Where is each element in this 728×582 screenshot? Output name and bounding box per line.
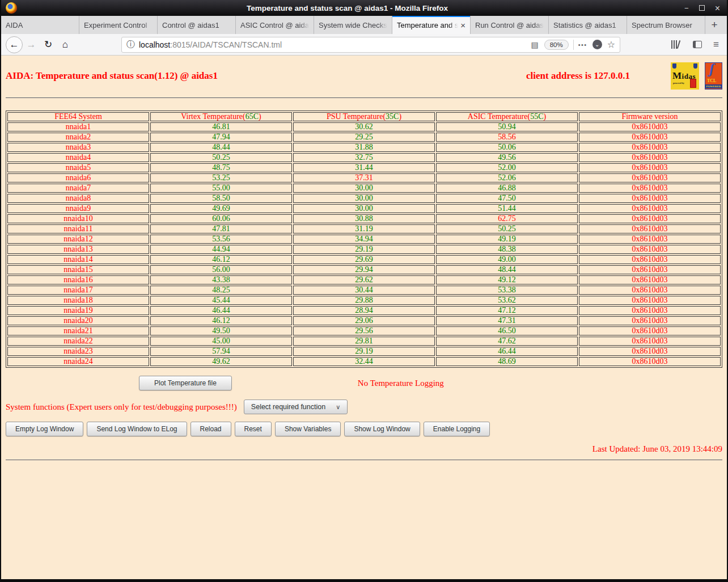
table-row: nnaida2449.6232.4448.690x8610d03: [7, 357, 721, 366]
firmware-cell: 0x8610d03: [579, 326, 721, 335]
system-cell: nnaida12: [7, 235, 149, 244]
library-icon[interactable]: [671, 40, 679, 49]
show-variables-button[interactable]: Show Variables: [275, 422, 341, 436]
system-cell: nnaida8: [7, 194, 149, 203]
firmware-cell: 0x8610d03: [579, 122, 721, 131]
maximize-button[interactable]: [699, 5, 705, 11]
back-button[interactable]: ←: [6, 36, 23, 53]
psu-cell: 29.19: [293, 245, 435, 254]
table-row: nnaida548.7531.4452.000x8610d03: [7, 163, 721, 172]
site-info-icon[interactable]: ⓘ: [126, 39, 135, 50]
firmware-cell: 0x8610d03: [579, 194, 721, 203]
tab-run-control-aidas1[interactable]: Run Control @ aidas1: [471, 16, 549, 34]
psu-cell: 29.88: [293, 296, 435, 305]
virtex-cell: 57.94: [150, 347, 292, 356]
firmware-cell: 0x8610d03: [579, 214, 721, 223]
system-cell: nnaida19: [7, 306, 149, 315]
sidebar-icon[interactable]: [693, 41, 702, 48]
system-cell: nnaida2: [7, 133, 149, 142]
tcl-powered-text: POWERED: [705, 84, 722, 88]
table-row: nnaida1060.0630.8862.750x8610d03: [7, 214, 721, 223]
firmware-cell: 0x8610d03: [579, 235, 721, 244]
tab-experiment-control[interactable]: Experiment Control: [79, 16, 158, 34]
firmware-cell: 0x8610d03: [579, 296, 721, 305]
virtex-cell: 49.50: [150, 326, 292, 335]
column-header-asic-temperature: ASIC Temperature(55C): [436, 112, 578, 121]
psu-cell: 31.44: [293, 163, 435, 172]
firmware-cell: 0x8610d03: [579, 143, 721, 152]
psu-cell: 37.31: [293, 173, 435, 182]
bookmark-star-icon[interactable]: ☆: [607, 39, 615, 50]
minimize-button[interactable]: −: [684, 5, 689, 12]
virtex-cell: 43.38: [150, 275, 292, 284]
tab-aida[interactable]: AIDA: [1, 16, 79, 34]
page-title: AIDA: Temperature and status scan(1.12) …: [6, 70, 218, 82]
reload-icon[interactable]: ↻: [40, 36, 57, 53]
reset-button[interactable]: Reset: [235, 422, 272, 436]
enable-logging-button[interactable]: Enable Logging: [424, 422, 490, 436]
firmware-cell: 0x8610d03: [579, 255, 721, 264]
close-button[interactable]: ×: [715, 5, 720, 12]
tcl-logo[interactable]: ʃ TCL POWERED: [705, 62, 722, 90]
tab-control-aidas1[interactable]: Control @ aidas1: [158, 16, 236, 34]
pocket-icon[interactable]: ⌄: [592, 40, 602, 49]
virtex-cell: 53.56: [150, 235, 292, 244]
table-body: nnaida146.8130.6250.940x8610d03nnaida247…: [7, 122, 721, 366]
table-row: nnaida1748.2530.4453.380x8610d03: [7, 286, 721, 295]
asic-cell: 47.31: [436, 316, 578, 325]
tab-close-icon[interactable]: ×: [460, 21, 465, 29]
divider: [6, 97, 722, 98]
url-separator: [573, 40, 574, 50]
firmware-cell: 0x8610d03: [579, 265, 721, 274]
navigation-toolbar: ← → ↻ ⌂ ⓘ localhost :8015/AIDA/TSCAN/TSC…: [1, 34, 727, 56]
reader-mode-icon[interactable]: ▤: [531, 40, 538, 49]
system-cell: nnaida23: [7, 347, 149, 356]
midas-logo[interactable]: Midas powered by: [671, 62, 699, 90]
reload-button[interactable]: Reload: [191, 422, 231, 436]
show-log-window-button[interactable]: Show Log Window: [344, 422, 420, 436]
function-select[interactable]: Select required function ∨: [244, 400, 348, 414]
url-bar[interactable]: ⓘ localhost :8015/AIDA/TSCAN/TSCAN.tml ▤…: [121, 37, 620, 53]
psu-cell: 29.62: [293, 275, 435, 284]
psu-cell: 32.44: [293, 357, 435, 366]
psu-cell: 30.44: [293, 286, 435, 295]
asic-cell: 50.94: [436, 122, 578, 131]
system-cell: nnaida4: [7, 153, 149, 162]
system-cell: nnaida15: [7, 265, 149, 274]
page-actions-icon[interactable]: •••: [578, 41, 587, 48]
zoom-level-badge[interactable]: 80%: [544, 40, 569, 50]
menu-icon[interactable]: ≡: [713, 39, 719, 50]
table-row: nnaida1344.9429.1948.380x8610d03: [7, 245, 721, 254]
tab-strip: AIDAExperiment ControlControl @ aidas1AS…: [1, 16, 727, 34]
asic-cell: 51.44: [436, 204, 578, 213]
psu-cell: 29.25: [293, 133, 435, 142]
virtex-cell: 49.69: [150, 204, 292, 213]
virtex-cell: 45.00: [150, 337, 292, 346]
system-cell: nnaida1: [7, 122, 149, 131]
table-row: nnaida1253.5634.9449.190x8610d03: [7, 235, 721, 244]
virtex-cell: 46.81: [150, 122, 292, 131]
tab-system-wide-checks[interactable]: System wide Checks: [314, 16, 392, 34]
asic-cell: 52.06: [436, 173, 578, 182]
tab-temperature-and-status-scan[interactable]: Temperature and status scan×: [392, 16, 471, 34]
logos: Midas powered by ʃ TCL POWERED: [671, 62, 722, 90]
virtex-cell: 47.94: [150, 133, 292, 142]
send-log-window-to-elog-button[interactable]: Send Log Window to ELog: [87, 422, 187, 436]
tab-statistics-aidas1[interactable]: Statistics @ aidas1: [549, 16, 627, 34]
tab-asic-control-aidas1[interactable]: ASIC Control @ aidas1: [236, 16, 314, 34]
home-icon[interactable]: ⌂: [57, 36, 74, 53]
system-cell: nnaida21: [7, 326, 149, 335]
plot-temperature-button[interactable]: Plot Temperature file: [139, 376, 232, 390]
logging-status-text: No Temperature Logging: [358, 379, 444, 388]
tab-spectrum-browser[interactable]: Spectrum Browser: [627, 16, 705, 34]
tab-label: AIDA: [6, 21, 74, 29]
empty-log-window-button[interactable]: Empty Log Window: [6, 422, 83, 436]
asic-cell: 47.50: [436, 194, 578, 203]
forward-button[interactable]: →: [23, 36, 40, 53]
psu-cell: 30.88: [293, 214, 435, 223]
new-tab-button[interactable]: +: [705, 16, 723, 34]
firmware-cell: 0x8610d03: [579, 163, 721, 172]
firefox-icon: [6, 2, 17, 14]
page-header: AIDA: Temperature and status scan(1.12) …: [6, 60, 722, 92]
firmware-cell: 0x8610d03: [579, 306, 721, 315]
